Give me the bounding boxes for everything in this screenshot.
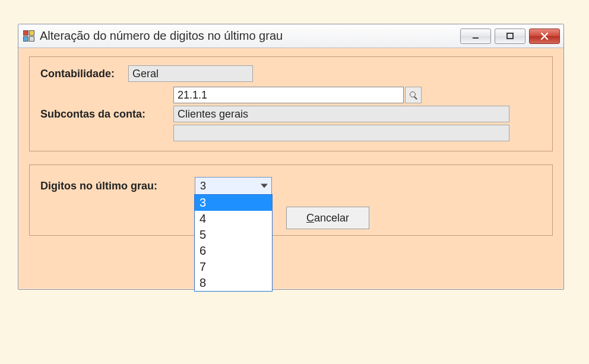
close-icon xyxy=(540,32,549,40)
digitos-selected-value: 3 xyxy=(200,180,206,192)
digitos-option[interactable]: 4 xyxy=(195,211,272,227)
descricao-field-2 xyxy=(173,125,509,141)
subconta-input[interactable]: 21.1.1 xyxy=(173,87,404,103)
contabilidade-field: Geral xyxy=(128,65,253,82)
cancelar-rest: ancelar xyxy=(314,212,349,224)
titlebar[interactable]: Alteração do número de digitos no último… xyxy=(18,24,563,48)
label-contabilidade: Contabilidade: xyxy=(40,68,128,80)
dialog-buttons: C Cancelar xyxy=(30,207,552,229)
digitos-option[interactable]: 5 xyxy=(195,227,272,243)
digitos-option[interactable]: 6 xyxy=(195,243,272,259)
label-subcontas: Subcontas da conta: xyxy=(40,108,173,121)
minimize-button[interactable] xyxy=(460,29,491,44)
maximize-icon xyxy=(506,32,514,40)
digitos-dropdown-list[interactable]: 345678 xyxy=(194,194,273,292)
account-group: Contabilidade: Geral Subcontas da conta:… xyxy=(29,56,553,151)
cancelar-button[interactable]: Cancelar xyxy=(286,207,369,229)
chevron-down-icon xyxy=(261,184,268,188)
close-button[interactable] xyxy=(529,29,560,44)
dialog-window: Alteração do número de digitos no último… xyxy=(18,24,564,290)
label-digitos: Digitos no último grau: xyxy=(40,180,195,192)
descricao-field-1: Clientes gerais xyxy=(173,106,509,122)
window-title: Alteração do número de digitos no último… xyxy=(40,29,460,43)
digitos-group: Digitos no último grau: 3 345678 C xyxy=(29,164,553,236)
digitos-combobox[interactable]: 3 xyxy=(195,177,272,195)
form-icon xyxy=(23,30,35,42)
lookup-button[interactable] xyxy=(405,87,422,103)
minimize-icon xyxy=(471,32,480,40)
window-controls xyxy=(460,29,560,44)
digitos-option[interactable]: 8 xyxy=(195,275,272,291)
maximize-button[interactable] xyxy=(495,29,525,44)
client-area: Contabilidade: Geral Subcontas da conta:… xyxy=(18,48,563,259)
search-icon xyxy=(410,91,417,99)
cancelar-accel: C xyxy=(306,212,314,224)
digitos-option[interactable]: 3 xyxy=(195,195,272,211)
svg-rect-1 xyxy=(507,33,513,39)
digitos-option[interactable]: 7 xyxy=(195,259,272,275)
svg-rect-0 xyxy=(473,37,479,39)
